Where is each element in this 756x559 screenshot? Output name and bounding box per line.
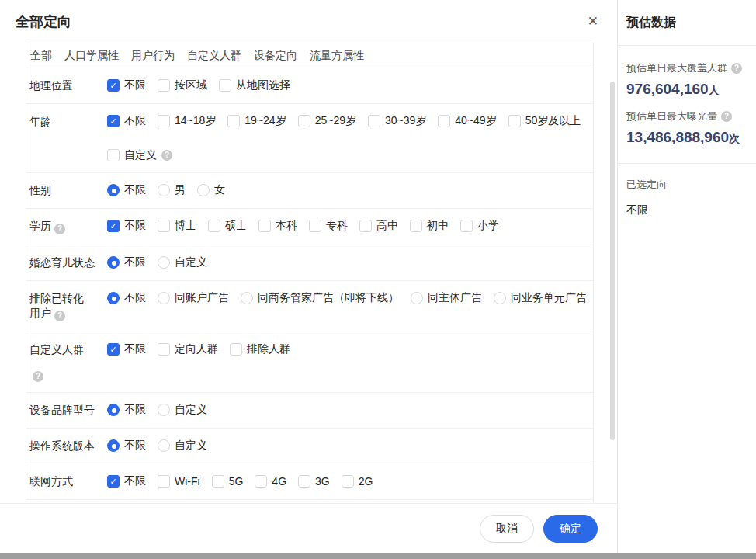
tab-item[interactable]: 流量方属性 [310, 49, 364, 63]
checkbox-option[interactable]: 专科 [309, 219, 348, 233]
radio-option[interactable]: 同业务单元广告 [494, 291, 587, 305]
checkbox-option[interactable]: 初中 [410, 219, 449, 233]
checkbox-option[interactable]: ✓不限 [107, 219, 146, 233]
radio-option[interactable]: 同账户广告 [158, 291, 229, 305]
checkbox-control[interactable] [158, 79, 170, 92]
checkbox-option[interactable]: Wi-Fi [158, 474, 200, 488]
help-icon[interactable]: ? [33, 371, 43, 382]
help-icon[interactable]: ? [731, 63, 742, 74]
radio-control[interactable] [107, 256, 120, 269]
checkbox-control[interactable] [359, 220, 372, 232]
tab-item[interactable]: 用户行为 [131, 49, 175, 63]
checkbox-control[interactable] [508, 115, 521, 127]
radio-option[interactable]: 不限 [107, 439, 146, 453]
radio-control[interactable] [158, 439, 170, 452]
checkbox-control[interactable] [158, 115, 170, 127]
checkbox-control[interactable] [410, 220, 422, 232]
radio-control[interactable] [107, 184, 120, 196]
checkbox-control[interactable]: ✓ [107, 115, 120, 127]
radio-control[interactable] [494, 292, 506, 304]
radio-control[interactable] [197, 184, 210, 196]
radio-control[interactable] [158, 404, 170, 416]
radio-control[interactable] [107, 439, 120, 452]
checkbox-option[interactable]: 博士 [158, 219, 196, 233]
checkbox-control[interactable] [342, 475, 354, 488]
checkbox-control[interactable] [298, 475, 310, 488]
checkbox-option[interactable]: 25~29岁 [298, 114, 356, 128]
checkbox-control[interactable] [158, 220, 170, 232]
checkbox-control[interactable] [212, 475, 224, 488]
checkbox-option[interactable]: 从地图选择 [219, 78, 290, 92]
checkbox-control[interactable]: ✓ [107, 343, 120, 356]
checkbox-option[interactable]: 5G [212, 474, 244, 488]
checkbox-control[interactable] [158, 343, 170, 356]
tab-item[interactable]: 人口学属性 [64, 49, 119, 63]
help-icon[interactable]: ? [54, 224, 65, 234]
checkbox-option[interactable]: 14~18岁 [158, 114, 216, 128]
checkbox-control[interactable]: ✓ [107, 79, 120, 92]
checkbox-option[interactable]: 硕士 [208, 219, 247, 233]
checkbox-control[interactable]: ✓ [107, 220, 120, 232]
confirm-button[interactable]: 确定 [543, 515, 598, 543]
checkbox-option[interactable]: ✓不限 [107, 474, 146, 488]
checkbox-option[interactable]: 小学 [460, 219, 499, 233]
checkbox-control[interactable] [309, 220, 321, 232]
cancel-button[interactable]: 取消 [480, 515, 534, 543]
checkbox-option[interactable]: 排除人群 [230, 342, 290, 356]
checkbox-option[interactable]: 40~49岁 [438, 114, 496, 128]
radio-control[interactable] [158, 256, 170, 269]
checkbox-control[interactable] [227, 115, 240, 127]
checkbox-option[interactable]: 4G [255, 474, 286, 488]
radio-option[interactable]: 不限 [107, 403, 146, 417]
radio-control[interactable] [241, 292, 253, 304]
checkbox-control[interactable] [255, 475, 267, 488]
checkbox-option[interactable]: 2G [342, 474, 373, 488]
checkbox-option[interactable]: 30~39岁 [368, 114, 426, 128]
radio-option[interactable]: 同商务管家广告（即将下线） [241, 291, 399, 305]
radio-option[interactable]: 自定义 [158, 403, 207, 417]
radio-control[interactable] [158, 184, 170, 196]
checkbox-option[interactable]: 3G [298, 474, 330, 488]
checkbox-option[interactable]: 自定义? [107, 148, 172, 162]
radio-option[interactable]: 女 [197, 183, 225, 197]
checkbox-control[interactable] [438, 115, 450, 127]
checkbox-control[interactable] [208, 220, 220, 232]
checkbox-control[interactable] [107, 149, 120, 161]
radio-control[interactable] [158, 292, 170, 304]
checkbox-option[interactable]: ✓不限 [107, 78, 146, 92]
checkbox-option[interactable]: 按区域 [158, 78, 207, 92]
radio-control[interactable] [411, 292, 423, 304]
close-icon[interactable]: ✕ [588, 15, 598, 28]
checkbox-control[interactable] [460, 220, 473, 232]
tab-item[interactable]: 设备定向 [254, 49, 297, 63]
checkbox-option[interactable]: ✓不限 [107, 342, 146, 356]
radio-option[interactable]: 男 [158, 183, 186, 197]
checkbox-control[interactable] [219, 79, 231, 92]
tab-item[interactable]: 自定义人群 [187, 49, 241, 63]
checkbox-option[interactable]: 19~24岁 [227, 114, 286, 128]
checkbox-option[interactable]: 50岁及以上 [508, 114, 581, 128]
checkbox-control[interactable] [368, 115, 380, 127]
help-icon[interactable]: ? [721, 111, 732, 122]
radio-option[interactable]: 不限 [107, 183, 146, 197]
radio-option[interactable]: 自定义 [158, 255, 207, 269]
radio-option[interactable]: 自定义 [158, 439, 207, 453]
checkbox-control[interactable] [230, 343, 242, 356]
radio-option[interactable]: 不限 [107, 291, 146, 305]
checkbox-control[interactable] [258, 220, 271, 232]
radio-control[interactable] [107, 292, 120, 304]
checkbox-control[interactable]: ✓ [107, 475, 120, 488]
radio-option[interactable]: 同主体广告 [411, 291, 482, 305]
checkbox-option[interactable]: 定向人群 [158, 342, 218, 356]
tab-item[interactable]: 全部 [30, 49, 52, 63]
help-icon[interactable]: ? [161, 150, 172, 161]
checkbox-control[interactable] [298, 115, 310, 127]
vertical-scrollbar[interactable] [610, 82, 615, 440]
checkbox-control[interactable] [158, 475, 170, 488]
radio-option[interactable]: 不限 [107, 255, 146, 269]
checkbox-option[interactable]: 高中 [359, 219, 398, 233]
checkbox-option[interactable]: ✓不限 [107, 114, 146, 128]
help-icon[interactable]: ? [54, 311, 65, 321]
checkbox-option[interactable]: 本科 [258, 219, 297, 233]
radio-control[interactable] [107, 404, 120, 416]
